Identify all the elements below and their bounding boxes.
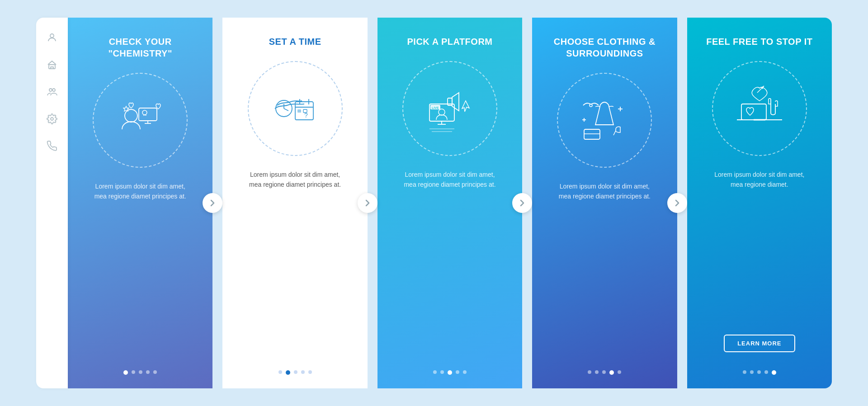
sidebar [36,18,68,388]
svg-line-39 [613,131,616,135]
svg-point-10 [142,110,147,115]
card-1-illustration [93,73,188,168]
dot-5-3 [757,370,761,374]
card-4-title: CHOOSE CLOTHING & SURROUNDINGS [546,36,663,59]
dot-1-4 [146,370,150,374]
svg-point-3 [49,89,52,91]
dot-3-2 [440,370,444,374]
dot-4-1 [588,370,591,374]
card-feel-free: FEEL FREE TO STOP IT [687,18,832,388]
dot-2-3 [294,370,297,374]
dot-3-1 [433,370,437,374]
svg-point-5 [51,118,53,120]
dot-2-2 [286,370,290,375]
dot-3-5 [463,370,467,374]
dot-4-2 [595,370,599,374]
cards-container: CHECK YOUR "CHEMISTRY" [68,18,832,388]
dot-5-5 [772,370,776,375]
dot-1-1 [123,370,128,375]
svg-rect-7 [139,108,157,121]
dot-2-5 [308,370,312,374]
dot-5-4 [764,370,768,374]
card-1-pagination [123,370,157,375]
connector-3 [512,193,532,213]
connector-4 [667,193,687,213]
user-icon[interactable] [46,31,58,44]
svg-rect-37 [584,129,600,139]
card-check-chemistry: CHECK YOUR "CHEMISTRY" [68,18,212,388]
group-icon[interactable] [46,85,58,98]
dot-1-3 [139,370,142,374]
card-choose-clothing: CHOOSE CLOTHING & SURROUNDINGS [532,18,677,388]
card-pick-platform: PICK A PLATFORM LIVE [377,18,522,388]
card-5-pagination [743,370,776,375]
card-2-illustration: ? [248,61,343,156]
dot-5-1 [743,370,746,374]
svg-line-19 [284,109,288,111]
svg-text:?: ? [304,112,308,119]
connector-1 [203,193,222,213]
card-5-title: FEEL FREE TO STOP IT [706,36,812,47]
dot-2-4 [301,370,305,374]
card-5-description: Lorem ipsum dolor sit dim amet, mea regi… [710,170,809,190]
card-3-illustration: LIVE [402,61,497,156]
settings-icon[interactable] [46,113,58,125]
card-2-description: Lorem ipsum dolor sit dim amet, mea regi… [245,170,345,190]
card-5-illustration [712,61,807,156]
card-1-description: Lorem ipsum dolor sit dim amet, mea regi… [90,181,190,202]
dot-4-3 [602,370,606,374]
card-set-time: SET A TIME [222,18,367,388]
svg-point-0 [50,34,54,38]
card-3-title: PICK A PLATFORM [407,36,493,47]
svg-rect-40 [741,104,766,120]
card-2-pagination [278,370,312,375]
svg-rect-15 [297,109,301,113]
card-1-title: CHECK YOUR "CHEMISTRY" [81,36,199,59]
svg-point-6 [125,109,137,122]
connector-2 [358,193,377,213]
dot-2-1 [278,370,282,374]
dot-4-4 [609,370,614,375]
home-icon[interactable] [46,58,58,71]
dot-5-2 [750,370,754,374]
outer-container: CHECK YOUR "CHEMISTRY" [36,18,832,388]
dot-4-5 [618,370,621,374]
dot-3-4 [456,370,459,374]
dot-1-5 [153,370,157,374]
card-4-illustration [557,73,652,168]
svg-point-26 [439,109,445,115]
card-2-title: SET A TIME [269,36,321,47]
card-4-description: Lorem ipsum dolor sit dim amet, mea regi… [555,181,654,202]
phone-icon[interactable] [46,140,58,152]
svg-rect-2 [51,67,53,69]
svg-text:LIVE: LIVE [432,106,439,109]
card-3-description: Lorem ipsum dolor sit dim amet, mea regi… [400,170,500,190]
dot-1-2 [132,370,135,374]
card-3-pagination [433,370,467,375]
card-4-pagination [588,370,621,375]
learn-more-button[interactable]: LEARN MORE [724,335,795,352]
dot-3-3 [448,370,452,375]
svg-point-4 [52,89,55,91]
